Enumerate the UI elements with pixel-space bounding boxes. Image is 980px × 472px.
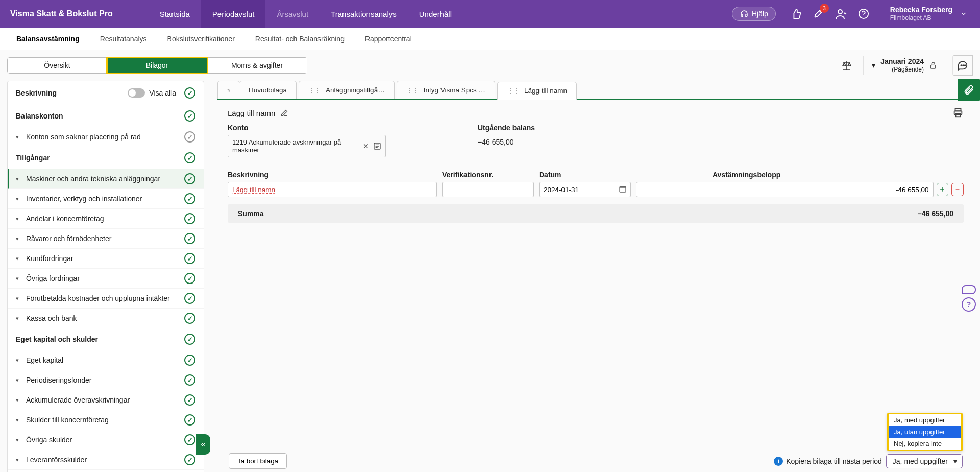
- konto-field[interactable]: 1219 Ackumulerade avskrivningar på maski…: [228, 135, 386, 157]
- subnav-item-4[interactable]: Rapportcentral: [355, 28, 422, 50]
- period-selector[interactable]: ▾ Januari 2024 (Pågående): [863, 56, 945, 74]
- sidebar-item[interactable]: ▾Leverantörsskulder✓: [8, 450, 204, 470]
- sidebar-item[interactable]: ▾Konton som saknar placering på rad✓: [8, 127, 204, 147]
- document-tabs: Huvudbilaga⋮⋮Anläggningstillgå…⋮⋮Intyg V…: [217, 81, 974, 100]
- chevron-down-icon: ▾: [16, 176, 22, 182]
- sidebar-item[interactable]: ▾Förutbetalda kostnader och upplupna int…: [8, 289, 204, 309]
- svg-point-0: [838, 10, 842, 14]
- sidebar-item[interactable]: ▾Kundfordringar✓: [8, 249, 204, 269]
- copy-option-0[interactable]: Ja, med uppgifter: [889, 414, 961, 426]
- topnav-item-2[interactable]: Årsavslut: [265, 0, 320, 28]
- user-menu-icon[interactable]: [835, 8, 847, 20]
- detail-columns: Beskrivning Verifikationsnr. Datum Avstä…: [217, 166, 974, 182]
- subnav-item-2[interactable]: Bokslutsverifikationer: [157, 28, 245, 50]
- sidebar-item[interactable]: ▾Periodiseringsfonder✓: [8, 370, 204, 390]
- check-circle-icon: ✓: [184, 213, 195, 224]
- doc-tab-3[interactable]: ⋮⋮Lägg till namn: [497, 82, 577, 100]
- lookup-icon[interactable]: [373, 142, 381, 150]
- segment-2[interactable]: Moms & avgifter: [207, 57, 307, 74]
- chevron-down-icon: ▾: [16, 295, 22, 302]
- info-icon[interactable]: i: [774, 457, 783, 466]
- topnav-item-0[interactable]: Startsida: [149, 0, 201, 28]
- rocket-icon[interactable]: 3: [813, 8, 825, 20]
- remove-row-button[interactable]: －: [951, 183, 964, 196]
- sidebar-item[interactable]: ▾Eget kapital✓: [8, 350, 204, 370]
- sidebar-item[interactable]: ▾Ackumulerade överavskrivningar✓: [8, 390, 204, 410]
- user-account[interactable]: Rebecka Forsberg Filmbolaget AB: [890, 6, 952, 21]
- help-circle-icon[interactable]: [857, 8, 870, 20]
- segment-1[interactable]: Bilagor: [107, 57, 207, 74]
- topnav-item-4[interactable]: Underhåll: [408, 0, 463, 28]
- check-circle-icon: ✓: [184, 110, 195, 122]
- chevron-down-icon: ▾: [16, 377, 22, 384]
- chevron-down-icon[interactable]: [958, 8, 970, 20]
- lock-icon: [929, 61, 937, 69]
- chevron-down-icon: ▾: [16, 255, 22, 262]
- chevron-down-icon: ▾: [16, 275, 22, 282]
- attachment-button[interactable]: [958, 79, 980, 101]
- sidebar-item[interactable]: ▾Skulder till koncernföretag✓: [8, 410, 204, 430]
- add-row-button[interactable]: ＋: [937, 183, 949, 196]
- amount-input[interactable]: [636, 182, 934, 197]
- sidebar: Beskrivning Visa alla ✓ Balanskonton✓▾Ko…: [7, 81, 204, 472]
- chevron-down-icon: ▾: [16, 417, 22, 423]
- check-circle-icon: ✓: [184, 273, 195, 284]
- app-title: Visma Skatt & Bokslut Pro: [10, 9, 113, 18]
- main-layout: Beskrivning Visa alla ✓ Balanskonton✓▾Ko…: [0, 81, 980, 472]
- sidebar-collapse-button[interactable]: «: [196, 434, 210, 455]
- chevron-down-icon: ▾: [16, 397, 22, 404]
- sidebar-item[interactable]: ▾Råvaror och förnödenheter✓: [8, 229, 204, 249]
- delete-attachment-button[interactable]: Ta bort bilaga: [229, 453, 287, 469]
- subnav-item-1[interactable]: Resultatanalys: [90, 28, 157, 50]
- subnav-item-3[interactable]: Resultat- och Balansräkning: [245, 28, 355, 50]
- show-all-toggle[interactable]: Visa alla: [128, 88, 176, 98]
- thumbs-up-icon[interactable]: [790, 8, 802, 20]
- sidebar-item[interactable]: ▾Maskiner och andra tekniska anläggninga…: [8, 169, 204, 189]
- check-circle-icon: ✓: [184, 454, 195, 465]
- help-button[interactable]: Hjälp: [732, 7, 776, 21]
- content-area: Huvudbilaga⋮⋮Anläggningstillgå…⋮⋮Intyg V…: [217, 81, 974, 472]
- sidebar-item[interactable]: ▾Övriga fordringar✓: [8, 269, 204, 289]
- comment-button[interactable]: [952, 55, 973, 76]
- favorite-tab[interactable]: [217, 81, 240, 99]
- copy-option-2[interactable]: Nej, kopiera inte: [889, 438, 961, 450]
- print-icon[interactable]: [952, 107, 964, 119]
- check-circle-icon: ✓: [184, 87, 195, 99]
- sidebar-item[interactable]: ▾Skatteskulder✓: [8, 470, 204, 472]
- verification-input[interactable]: [442, 182, 534, 197]
- sidebar-item[interactable]: ▾Inventarier, verktyg och installationer…: [8, 189, 204, 209]
- doc-tab-2[interactable]: ⋮⋮Intyg Visma Spcs …: [397, 81, 495, 99]
- notification-badge: 3: [820, 4, 829, 13]
- doc-tab-1[interactable]: ⋮⋮Anläggningstillgå…: [299, 81, 395, 99]
- assistant-widget[interactable]: ?: [958, 283, 980, 314]
- balance-scale-icon[interactable]: [841, 59, 853, 72]
- view-segments: ÖversiktBilagorMoms & avgifter: [7, 57, 307, 74]
- edit-icon[interactable]: [280, 109, 288, 117]
- date-input[interactable]: [539, 182, 631, 197]
- chat-icon: [962, 285, 976, 294]
- sidebar-item[interactable]: ▾Övriga skulder✓: [8, 430, 204, 450]
- svg-point-3: [961, 65, 962, 66]
- topnav-item-3[interactable]: Transaktionsanalys: [320, 0, 408, 28]
- copy-select[interactable]: Ja, med uppgifter: [886, 454, 963, 468]
- description-input[interactable]: [228, 182, 437, 197]
- page-title: Lägg till namn: [228, 109, 275, 117]
- chevron-down-icon: ▾: [16, 315, 22, 322]
- sidebar-item[interactable]: ▾Kassa och bank✓: [8, 309, 204, 328]
- check-circle-icon: ✓: [184, 434, 195, 445]
- check-circle-icon: ✓: [184, 374, 195, 386]
- sidebar-section: Balanskonton✓: [8, 105, 204, 127]
- segment-0[interactable]: Översikt: [7, 57, 107, 74]
- sidebar-item[interactable]: ▾Andelar i koncernföretag✓: [8, 209, 204, 229]
- sidebar-section: Eget kapital och skulder✓: [8, 328, 204, 350]
- clear-icon[interactable]: ✕: [363, 142, 369, 150]
- chevron-down-icon: ▾: [872, 61, 875, 69]
- copy-option-1[interactable]: Ja, utan uppgifter: [889, 426, 961, 438]
- svg-point-4: [963, 65, 964, 66]
- topnav-item-1[interactable]: Periodavslut: [201, 0, 266, 28]
- svg-point-5: [965, 65, 966, 66]
- out-balance-label: Utgående balans: [478, 124, 535, 132]
- doc-tab-0[interactable]: Huvudbilaga: [239, 81, 297, 99]
- subnav-item-0[interactable]: Balansavstämning: [6, 28, 90, 50]
- check-circle-icon: ✓: [184, 193, 195, 204]
